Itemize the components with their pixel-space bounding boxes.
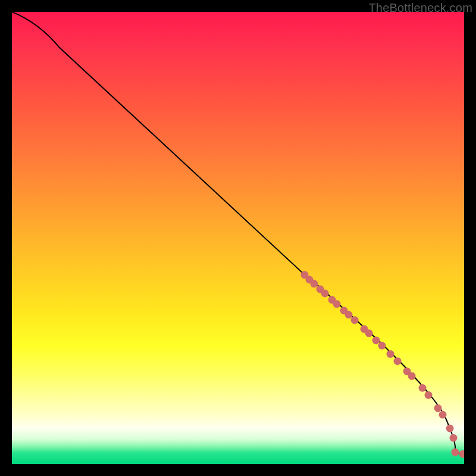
data-point [351, 317, 359, 324]
data-point [345, 311, 353, 319]
data-point [394, 358, 402, 365]
data-point [425, 392, 433, 399]
curve-line [12, 12, 463, 454]
data-point [378, 342, 386, 350]
data-points [301, 271, 465, 458]
data-point [372, 337, 380, 345]
data-point [419, 384, 427, 392]
data-point [311, 280, 318, 288]
data-point [365, 330, 373, 337]
data-point [439, 411, 447, 419]
data-point [387, 350, 394, 358]
chart-frame: TheBottleneck.com [0, 0, 476, 476]
data-point [459, 450, 465, 458]
data-point [408, 372, 416, 380]
chart-overlay [12, 12, 464, 464]
data-point [452, 449, 459, 456]
data-point [446, 425, 454, 433]
data-point [333, 300, 341, 308]
data-point [450, 434, 458, 442]
data-point [434, 405, 442, 412]
data-point [321, 290, 329, 298]
plot-area [12, 12, 464, 464]
